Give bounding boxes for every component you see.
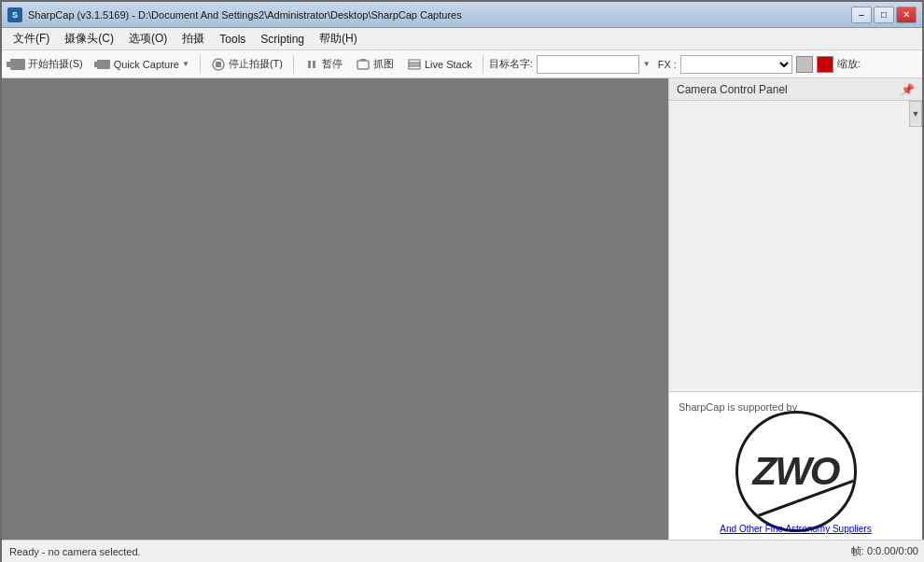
zwo-circle: ZWO — [735, 411, 857, 532]
color-swatch-gray[interactable] — [796, 56, 813, 73]
fx-label: FX : — [658, 59, 677, 70]
title-text: SharpCap (v3.1.5169) - D:\Document And S… — [28, 9, 462, 21]
zwo-logo: ZWO — [735, 411, 857, 532]
minimize-button[interactable]: – — [851, 7, 872, 23]
quick-capture-label: Quick Capture — [114, 59, 179, 70]
live-stack-label: Live Stack — [425, 59, 472, 70]
menu-file[interactable]: 文件(F) — [6, 28, 57, 49]
camera-control-header: Camera Control Panel 📌 — [669, 78, 922, 101]
svg-rect-1 — [216, 62, 221, 67]
menu-scripting[interactable]: Scripting — [253, 30, 312, 49]
target-dropdown-arrow[interactable]: ▼ — [643, 60, 651, 68]
start-capture-label: 开始拍摄(S) — [28, 57, 83, 71]
maximize-button[interactable]: □ — [874, 7, 894, 23]
quick-capture-icon — [96, 57, 111, 72]
grab-button[interactable]: 抓图 — [351, 55, 399, 74]
sponsor-link[interactable]: And Other Fine Astronomy Suppliers — [720, 524, 871, 534]
svg-rect-2 — [308, 61, 311, 68]
quick-capture-button[interactable]: Quick Capture ▼ — [91, 55, 194, 74]
stop-capture-icon — [211, 57, 226, 72]
menu-tools[interactable]: Tools — [212, 30, 253, 49]
sponsor-area: SharpCap is supported by ZWO And Other F… — [669, 392, 922, 541]
separator-2 — [293, 55, 294, 74]
start-capture-icon — [10, 57, 25, 72]
pin-icon[interactable]: 📌 — [901, 83, 915, 96]
status-text: Ready - no camera selected. — [9, 546, 141, 557]
fx-area: FX : 缩放: — [658, 55, 861, 74]
stop-capture-label: 停止拍摄(T) — [229, 57, 283, 71]
app-icon: S — [7, 7, 22, 22]
menu-help[interactable]: 帮助(H) — [312, 28, 365, 49]
target-label: 目标名字: — [489, 57, 533, 71]
svg-rect-4 — [357, 61, 369, 69]
svg-rect-5 — [360, 59, 366, 61]
toolbar: 开始拍摄(S) Quick Capture ▼ 停止拍摄(T) 暂停 抓图 — [2, 50, 922, 78]
stop-capture-button[interactable]: 停止拍摄(T) — [206, 55, 287, 74]
titlebar-buttons: – □ ✕ — [851, 7, 917, 23]
menu-options[interactable]: 选项(O) — [121, 28, 175, 49]
toolbar-scroll-right[interactable]: ▼ — [909, 101, 922, 127]
fx-select[interactable] — [680, 55, 792, 74]
zoom-label: 缩放: — [837, 57, 861, 71]
target-area: 目标名字: ▼ — [489, 55, 651, 74]
camera-control-panel: Camera Control Panel 📌 — [669, 78, 922, 392]
camera-control-title: Camera Control Panel — [677, 83, 788, 96]
menu-camera[interactable]: 摄像头(C) — [57, 28, 121, 49]
pause-button[interactable]: 暂停 — [300, 55, 347, 74]
statusbar: Ready - no camera selected. 帧: 0:0.00/0:… — [2, 540, 924, 562]
grab-icon — [356, 57, 371, 72]
live-stack-button[interactable]: Live Stack — [402, 55, 477, 74]
frame-prefix: 帧: — [851, 545, 864, 556]
sponsor-text: SharpCap is supported by — [679, 401, 797, 413]
grab-label: 抓图 — [373, 57, 394, 71]
pause-label: 暂停 — [322, 57, 343, 71]
titlebar-left: S SharpCap (v3.1.5169) - D:\Document And… — [7, 7, 462, 22]
right-panel: Camera Control Panel 📌 SharpCap is suppo… — [668, 78, 922, 541]
svg-rect-3 — [313, 61, 315, 68]
separator-3 — [483, 55, 483, 74]
pause-icon — [304, 57, 319, 72]
color-swatch-red[interactable] — [817, 56, 833, 73]
start-capture-button[interactable]: 开始拍摄(S) — [6, 55, 88, 74]
frame-info: 帧: 0:0.00/0:00 — [851, 544, 918, 558]
frame-value: 0:0.00/0:00 — [867, 545, 918, 556]
menubar: 文件(F) 摄像头(C) 选项(O) 拍摄 Tools Scripting 帮助… — [2, 28, 922, 50]
quick-capture-arrow[interactable]: ▼ — [182, 60, 189, 68]
main-content: Camera Control Panel 📌 SharpCap is suppo… — [2, 78, 922, 541]
svg-rect-8 — [409, 60, 420, 63]
image-panel[interactable] — [2, 78, 668, 541]
zwo-text: ZWO — [753, 449, 839, 494]
live-stack-icon — [407, 57, 422, 72]
menu-capture[interactable]: 拍摄 — [175, 28, 212, 49]
titlebar: S SharpCap (v3.1.5169) - D:\Document And… — [2, 2, 922, 28]
close-button[interactable]: ✕ — [896, 7, 917, 23]
separator-1 — [200, 55, 201, 74]
target-input[interactable] — [537, 55, 639, 74]
